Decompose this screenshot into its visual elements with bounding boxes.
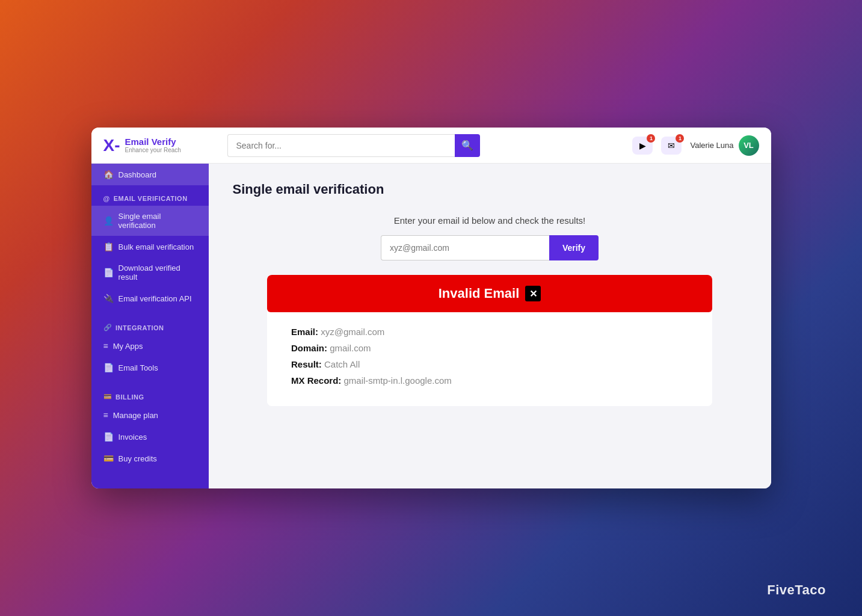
sidebar-item-manage-plan[interactable]: ≡ Manage plan (91, 404, 209, 426)
app-window: X- Email Verify Enhance your Reach 🔍 ▶ 1… (91, 128, 771, 488)
sidebar-item-invoices[interactable]: 📄 Invoices (91, 426, 209, 448)
mx-label: MX Record: (291, 375, 341, 386)
result-domain-row: Domain: gmail.com (291, 343, 688, 353)
fivetaco-watermark: FiveTaco (767, 582, 826, 598)
api-icon: 🔌 (103, 294, 114, 303)
content-area: Single email verification Enter your ema… (209, 164, 771, 488)
sidebar-item-download[interactable]: 📄 Download verified result (91, 257, 209, 288)
mail-btn[interactable]: ✉ 1 (661, 137, 682, 155)
verify-button[interactable]: Verify (549, 235, 599, 260)
notification-badge: 1 (647, 134, 655, 143)
domain-value: gmail.com (330, 343, 371, 353)
mx-value: gmail-smtp-in.l.google.com (344, 375, 452, 386)
result-mx-row: MX Record: gmail-smtp-in.l.google.com (291, 375, 688, 386)
header: X- Email Verify Enhance your Reach 🔍 ▶ 1… (91, 128, 771, 164)
sidebar-item-buy-credits[interactable]: 💳 Buy credits (91, 448, 209, 469)
invalid-x-badge: ✕ (525, 286, 541, 301)
result-email-row: Email: xyz@gmail.com (291, 327, 688, 337)
invoices-icon: 📄 (103, 432, 114, 442)
mail-icon: ✉ (668, 141, 675, 150)
result-details: Email: xyz@gmail.com Domain: gmail.com R… (267, 312, 712, 406)
billing-section-icon: 💳 (103, 393, 112, 401)
sidebar-item-email-tools[interactable]: 📄 Email Tools (91, 357, 209, 378)
logo-text: Email Verify Enhance your Reach (125, 137, 181, 154)
email-label: Email: (291, 327, 318, 337)
download-icon: 📄 (103, 268, 114, 277)
result-card: Invalid Email ✕ Email: xyz@gmail.com Dom… (267, 275, 712, 406)
sidebar-item-apps[interactable]: ≡ My Apps (91, 335, 209, 357)
result-banner: Invalid Email ✕ (267, 275, 712, 312)
verify-prompt: Enter your email id below and check the … (233, 215, 747, 226)
at-icon: @ (103, 195, 110, 202)
logo-x: X- (103, 137, 120, 154)
page-title: Single email verification (233, 182, 747, 197)
user-icon: 👤 (103, 216, 114, 226)
dashboard-icon: 🏠 (103, 170, 114, 179)
api-label: Email verification API (119, 294, 192, 303)
buy-credits-label: Buy credits (119, 454, 157, 463)
sidebar-item-api[interactable]: 🔌 Email verification API (91, 288, 209, 309)
sidebar-item-dashboard[interactable]: 🏠 Dashboard (91, 164, 209, 185)
mail-badge: 1 (676, 134, 684, 143)
email-tools-label: Email Tools (119, 363, 158, 372)
apps-icon: ≡ (103, 341, 108, 351)
download-label: Download verified result (119, 263, 197, 282)
sidebar-section-integration: 🔗 INTEGRATION (91, 314, 209, 335)
invoices-label: Invoices (119, 433, 147, 442)
manage-plan-icon: ≡ (103, 410, 108, 420)
video-icon: ▶ (639, 141, 646, 150)
email-input[interactable] (381, 235, 549, 260)
result-status-text: Invalid Email ✕ (278, 286, 701, 301)
main-layout: 🏠 Dashboard @ EMAIL VERIFICATION 👤 Singl… (91, 164, 771, 488)
manage-plan-label: Manage plan (113, 411, 158, 420)
sidebar-section-email: @ EMAIL VERIFICATION (91, 185, 209, 206)
email-tools-icon: 📄 (103, 363, 114, 372)
logo-area: X- Email Verify Enhance your Reach (103, 137, 218, 154)
email-value: xyz@gmail.com (321, 327, 384, 337)
user-name: Valerie Luna (690, 141, 733, 150)
single-verify-label: Single email verification (119, 212, 197, 230)
notification-btn[interactable]: ▶ 1 (632, 137, 653, 155)
header-right: ▶ 1 ✉ 1 Valerie Luna VL (632, 135, 759, 156)
search-icon: 🔍 (461, 140, 473, 151)
buy-credits-icon: 💳 (103, 454, 114, 463)
dashboard-label: Dashboard (119, 170, 157, 179)
user-area[interactable]: Valerie Luna VL (690, 135, 759, 156)
verify-input-row: Verify (233, 235, 747, 260)
apps-label: My Apps (113, 342, 143, 351)
bulk-verify-label: Bulk email verification (119, 242, 194, 251)
domain-label: Domain: (291, 343, 327, 353)
sidebar: 🏠 Dashboard @ EMAIL VERIFICATION 👤 Singl… (91, 164, 209, 488)
sidebar-section-billing: 💳 BILLING (91, 383, 209, 404)
logo-subtitle: Enhance your Reach (125, 147, 181, 153)
bulk-icon: 📋 (103, 242, 114, 251)
search-input[interactable] (227, 134, 455, 157)
search-button[interactable]: 🔍 (455, 134, 480, 157)
integration-section-icon: 🔗 (103, 324, 112, 331)
logo-title: Email Verify (125, 137, 181, 147)
result-label: Result: (291, 359, 322, 369)
sidebar-item-bulk-verify[interactable]: 📋 Bulk email verification (91, 236, 209, 257)
search-bar: 🔍 (227, 134, 480, 157)
verify-form-area: Enter your email id below and check the … (233, 215, 747, 260)
result-value: Catch All (324, 359, 360, 369)
result-result-row: Result: Catch All (291, 359, 688, 369)
sidebar-item-single-verify[interactable]: 👤 Single email verification (91, 206, 209, 236)
avatar: VL (739, 135, 759, 156)
